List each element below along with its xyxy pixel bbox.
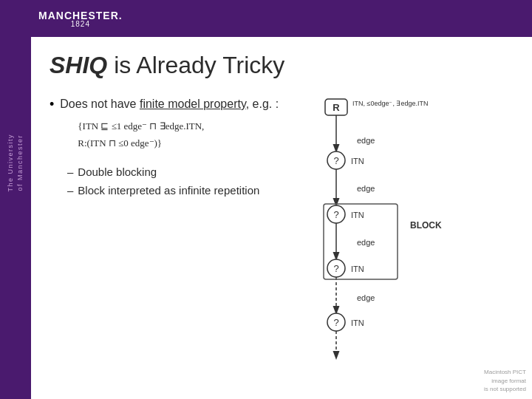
dash-1: –	[67, 166, 73, 178]
svg-text:R: R	[332, 102, 340, 113]
dash-text-1: Double blocking	[78, 166, 157, 178]
sidebar: The University of Manchester	[0, 0, 31, 399]
title-shiq: SHIQ	[50, 52, 107, 78]
svg-text:edge: edge	[357, 136, 375, 145]
sidebar-university-text: The University of Manchester	[0, 52, 31, 273]
bottom-note-line1: Macintosh PICT	[484, 369, 526, 375]
svg-text:BLOCK: BLOCK	[410, 220, 442, 231]
dash-text-2: Block interpreted as infinite repetition	[78, 184, 259, 197]
main-content: SHIQ is Already Tricky • Does not have f…	[31, 37, 532, 399]
formula-line-2: R:(ITN ⊓ ≤0 edge⁻)}	[78, 134, 279, 151]
bullet-item-1: • Does not have finite model property, e…	[50, 95, 314, 157]
title-rest: is Already Tricky	[107, 52, 284, 78]
slide-title: SHIQ is Already Tricky	[50, 52, 514, 79]
dash-2: –	[67, 184, 73, 197]
bullet-dot: •	[50, 97, 54, 112]
diagram-svg: R ITN, ≤0edge⁻, ∃edge.ITN edge ? ITN edg…	[321, 95, 514, 369]
content-area: • Does not have finite model property, e…	[50, 95, 514, 369]
svg-text:ITN, ≤0edge⁻, ∃edge.ITN: ITN, ≤0edge⁻, ∃edge.ITN	[352, 100, 429, 107]
university-line1: The University	[7, 134, 14, 192]
dash-item-2: – Block interpreted as infinite repetiti…	[67, 184, 314, 197]
svg-text:ITN: ITN	[351, 157, 364, 166]
svg-text:edge: edge	[357, 238, 375, 247]
dash-item-1: – Double blocking	[67, 166, 314, 178]
text-content: • Does not have finite model property, e…	[50, 95, 314, 369]
formula-line-1: {ITN ⊑ ≤1 edge⁻ ⊓ ∃edge.ITN,	[78, 117, 279, 134]
svg-text:edge: edge	[357, 184, 375, 193]
svg-text:?: ?	[333, 317, 338, 328]
svg-text:edge: edge	[357, 293, 375, 302]
svg-text:ITN: ITN	[351, 318, 364, 327]
header-bar: MANCHESTER. 1824	[31, 0, 532, 37]
svg-text:ITN: ITN	[351, 211, 364, 219]
bottom-note: Macintosh PICT image format is not suppo…	[484, 368, 526, 393]
manchester-logo: MANCHESTER. 1824	[38, 10, 123, 28]
dash-items: – Double blocking – Block interpreted as…	[67, 166, 314, 197]
svg-text:?: ?	[333, 155, 338, 166]
bullet-text-1: Does not have finite model property, e.g…	[60, 95, 279, 157]
bottom-note-line2: image format	[491, 378, 526, 384]
diagram-area: R ITN, ≤0edge⁻, ∃edge.ITN edge ? ITN edg…	[321, 95, 514, 369]
bottom-note-line3: is not supported	[484, 386, 526, 392]
svg-text:ITN: ITN	[351, 265, 364, 273]
formula-block: {ITN ⊑ ≤1 edge⁻ ⊓ ∃edge.ITN, R:(ITN ⊓ ≤0…	[78, 117, 279, 152]
svg-text:?: ?	[333, 209, 338, 220]
svg-text:?: ?	[333, 263, 338, 274]
university-line2: of Manchester	[16, 134, 24, 191]
